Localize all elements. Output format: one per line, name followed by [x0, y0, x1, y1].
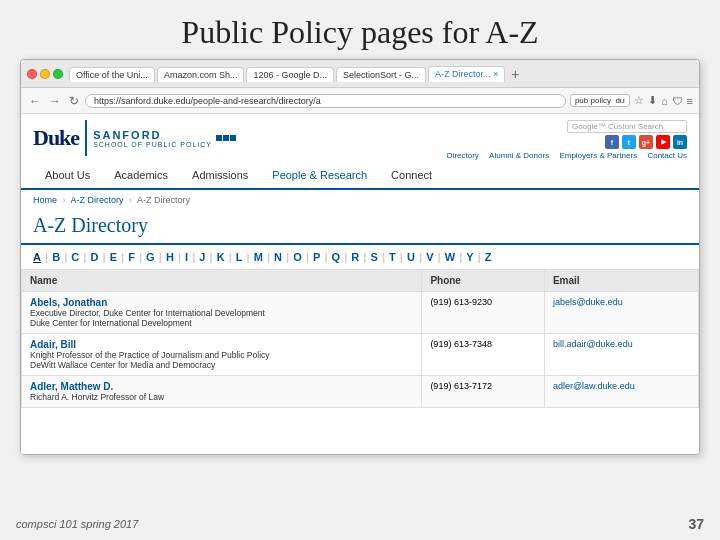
menu-icon[interactable]: ≡ — [687, 95, 693, 107]
browser-tab-2[interactable]: Amazon.com Sh... — [157, 67, 245, 82]
download-icon[interactable]: ⬇ — [648, 94, 657, 107]
directory-link[interactable]: Directory — [447, 151, 479, 160]
twitter-icon[interactable]: t — [622, 135, 636, 149]
person-title-3: Richard A. Horvitz Professor of Law — [30, 392, 413, 402]
alpha-l[interactable]: L — [236, 251, 243, 263]
nav-people-research[interactable]: People & Research — [260, 164, 379, 188]
breadcrumb-sep-1: › — [63, 195, 66, 205]
footer-course: compsci 101 spring 2017 — [16, 518, 138, 530]
person-name-3[interactable]: Adler, Matthew D. — [30, 381, 413, 392]
alpha-w[interactable]: W — [445, 251, 455, 263]
alpha-i[interactable]: I — [185, 251, 188, 263]
browser-tab-1[interactable]: Office of the Uni... — [69, 67, 155, 82]
footer-page: 37 — [688, 516, 704, 532]
site-header: Duke SANFORD SCHOOL OF PUBLIC POLICY — [21, 114, 699, 190]
breadcrumb-home[interactable]: Home — [33, 195, 57, 205]
minimize-button[interactable] — [40, 69, 50, 79]
alpha-a[interactable]: A — [33, 251, 41, 263]
employers-link[interactable]: Employers & Partners — [559, 151, 637, 160]
window-controls — [27, 69, 63, 79]
nav-about[interactable]: About Us — [33, 164, 102, 188]
breadcrumb-az1[interactable]: A-Z Directory — [71, 195, 124, 205]
alpha-e[interactable]: E — [110, 251, 117, 263]
person-phone-3: (919) 613-7172 — [422, 376, 545, 408]
back-button[interactable]: ← — [27, 94, 43, 108]
reload-button[interactable]: ↻ — [67, 94, 81, 108]
browser-tab-5[interactable]: A-Z Director... × — [428, 66, 505, 82]
sanford-name: SANFORD — [93, 129, 161, 141]
site-header-top: Duke SANFORD SCHOOL OF PUBLIC POLICY — [33, 120, 687, 160]
new-tab-button[interactable]: + — [507, 66, 523, 82]
facebook-icon[interactable]: f — [605, 135, 619, 149]
sanford-square-1 — [216, 135, 222, 141]
table-row: Adler, Matthew D. Richard A. Horvitz Pro… — [22, 376, 699, 408]
home-icon[interactable]: ⌂ — [661, 95, 668, 107]
person-name-2[interactable]: Adair, Bill — [30, 339, 413, 350]
alpha-c[interactable]: C — [71, 251, 79, 263]
directory-table: Name Phone Email Abels, Jonathan Executi… — [21, 269, 699, 408]
alpha-u[interactable]: U — [407, 251, 415, 263]
shield-icon: 🛡 — [672, 95, 683, 107]
person-name-1[interactable]: Abels, Jonathan — [30, 297, 413, 308]
alpha-q[interactable]: Q — [332, 251, 341, 263]
contact-link[interactable]: Contact Us — [647, 151, 687, 160]
alpha-o[interactable]: O — [293, 251, 302, 263]
alpha-k[interactable]: K — [217, 251, 225, 263]
address-bar: ← → ↻ https://sanford.duke.edu/people-an… — [21, 88, 699, 114]
alpha-v[interactable]: V — [426, 251, 433, 263]
sanford-icon — [216, 135, 236, 141]
url-bar[interactable]: https://sanford.duke.edu/people-and-rese… — [85, 94, 566, 108]
alpha-t[interactable]: T — [389, 251, 396, 263]
sanford-square-3 — [230, 135, 236, 141]
alpha-d[interactable]: D — [90, 251, 98, 263]
alpha-s[interactable]: S — [370, 251, 377, 263]
main-nav: About Us Academics Admissions People & R… — [33, 164, 687, 188]
person-email-3: adler@law.duke.edu — [544, 376, 698, 408]
page-title: A-Z Directory — [33, 214, 687, 237]
email-link-2[interactable]: bill.adair@duke.edu — [553, 339, 633, 349]
alphabet-nav: A | B | C | D | E | F | G | H | I | J | … — [21, 245, 699, 269]
alpha-g[interactable]: G — [146, 251, 155, 263]
nav-connect[interactable]: Connect — [379, 164, 444, 188]
alpha-b[interactable]: B — [52, 251, 60, 263]
nav-admissions[interactable]: Admissions — [180, 164, 260, 188]
alpha-y[interactable]: Y — [466, 251, 473, 263]
browser-search-input[interactable] — [570, 94, 630, 107]
header-right: Google™ Custom Search f t g+ ▶ in Direct… — [439, 120, 687, 160]
google-search-bar[interactable]: Google™ Custom Search — [567, 120, 687, 133]
close-button[interactable] — [27, 69, 37, 79]
nav-academics[interactable]: Academics — [102, 164, 180, 188]
col-email: Email — [544, 270, 698, 292]
website-content: Duke SANFORD SCHOOL OF PUBLIC POLICY — [21, 114, 699, 454]
alpha-p[interactable]: P — [313, 251, 320, 263]
slide-title: Public Policy pages for A-Z — [0, 0, 720, 59]
tab-bar: Office of the Uni... Amazon.com Sh... 12… — [69, 66, 693, 82]
googleplus-icon[interactable]: g+ — [639, 135, 653, 149]
alpha-m[interactable]: M — [254, 251, 263, 263]
email-link-3[interactable]: adler@law.duke.edu — [553, 381, 635, 391]
person-title-2: Knight Professor of the Practice of Jour… — [30, 350, 413, 360]
browser-tab-4[interactable]: SelectionSort - G... — [336, 67, 426, 82]
person-phone-2: (919) 613-7348 — [422, 334, 545, 376]
person-email-2: bill.adair@duke.edu — [544, 334, 698, 376]
youtube-icon[interactable]: ▶ — [656, 135, 670, 149]
social-icons: f t g+ ▶ in — [605, 135, 687, 149]
maximize-button[interactable] — [53, 69, 63, 79]
table-row: Adair, Bill Knight Professor of the Prac… — [22, 334, 699, 376]
bookmark-icon[interactable]: ☆ — [634, 94, 644, 107]
person-dept-1: Duke Center for International Developmen… — [30, 318, 413, 328]
linkedin-icon[interactable]: in — [673, 135, 687, 149]
alpha-j[interactable]: J — [199, 251, 205, 263]
alpha-n[interactable]: N — [274, 251, 282, 263]
slide-footer: compsci 101 spring 2017 37 — [0, 516, 720, 532]
alumni-link[interactable]: Alumni & Donors — [489, 151, 549, 160]
alpha-f[interactable]: F — [128, 251, 135, 263]
alpha-r[interactable]: R — [351, 251, 359, 263]
alpha-z[interactable]: Z — [485, 251, 492, 263]
logo-area: Duke SANFORD SCHOOL OF PUBLIC POLICY — [33, 120, 236, 156]
title-bar: Office of the Uni... Amazon.com Sh... 12… — [21, 60, 699, 88]
email-link-1[interactable]: jabels@duke.edu — [553, 297, 623, 307]
alpha-h[interactable]: H — [166, 251, 174, 263]
forward-button[interactable]: → — [47, 94, 63, 108]
browser-tab-3[interactable]: 1206 - Google D... — [246, 67, 334, 82]
